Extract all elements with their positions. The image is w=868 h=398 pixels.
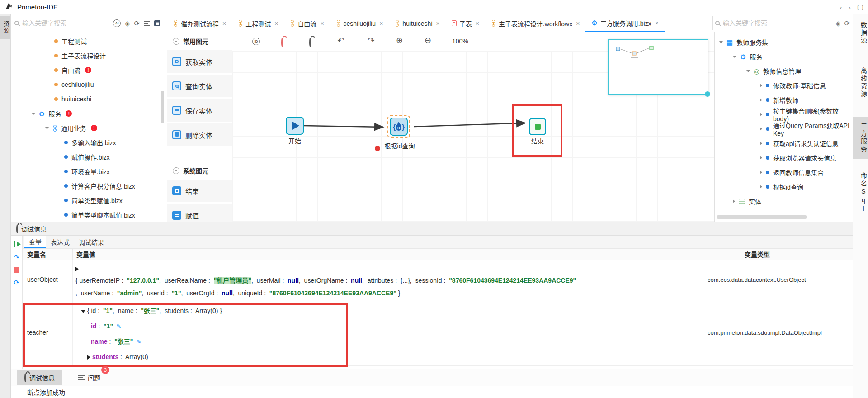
zoom-out-icon[interactable]: ⊖ [425, 36, 431, 44]
nav-forward-icon[interactable]: › [849, 4, 851, 11]
caret-down-icon[interactable] [45, 127, 49, 129]
tree-item[interactable]: 自由流 ! [11, 63, 166, 77]
tree-item-common-business[interactable]: 通用业务 ! [11, 121, 166, 135]
bottom-tab-debug[interactable]: 调试信息 [17, 370, 62, 385]
tab-gongchengceshi[interactable]: 工程测试 × [232, 14, 284, 32]
caret-down-icon[interactable] [746, 70, 750, 72]
palette-item-save-entity[interactable]: 保存实体 [167, 99, 232, 122]
caret-right-icon[interactable] [733, 199, 735, 203]
tree-item-service-op[interactable]: 按主键集合删除(参数放body) [715, 107, 853, 122]
caret-right-icon[interactable] [760, 98, 762, 102]
tree-item-service-op[interactable]: 获取api请求头认证信息 [715, 136, 853, 151]
debug-tab-variables[interactable]: 变量 [24, 236, 46, 248]
tree-item[interactable]: 计算客户积分信息.bizx [11, 179, 166, 193]
palette-item-assign[interactable]: 赋值 [167, 204, 232, 222]
close-icon[interactable]: × [655, 19, 659, 27]
tab-ceshiluojiliu[interactable]: ceshiluojiliu × [330, 14, 389, 32]
zoom-level[interactable]: 100% [452, 38, 468, 45]
palette-item-get-entity[interactable]: 获取实体 [167, 50, 232, 73]
tree-item-service-op[interactable]: 通过Query Params获取API Key [715, 122, 853, 136]
tree-item-service-op[interactable]: 获取浏览器请求头信息 [715, 151, 853, 165]
tree-item[interactable]: 主子表流程设计 [11, 48, 166, 63]
palette-item-end[interactable]: 结束 [167, 180, 232, 202]
caret-right-icon[interactable] [760, 84, 762, 87]
minimap-resize-handle[interactable] [705, 91, 710, 97]
tree-item-services[interactable]: ⚙ 服务 ! [11, 106, 166, 121]
collapse-icon[interactable] [173, 167, 179, 174]
minimize-icon[interactable]: — [837, 222, 844, 236]
collapse-icon[interactable] [173, 38, 179, 45]
expander-icon[interactable] [75, 267, 79, 271]
card-view-icon[interactable] [154, 20, 160, 26]
caret-right-icon[interactable] [760, 113, 762, 116]
tree-item-service-op[interactable]: 新增教师 [715, 93, 853, 107]
zoom-in-icon[interactable]: ⊕ [396, 36, 403, 44]
tree-item-entity[interactable]: 实体 [715, 194, 853, 208]
palette-section-system[interactable]: 系统图元 [167, 161, 232, 180]
caret-right-icon[interactable] [760, 171, 762, 174]
close-icon[interactable]: × [222, 20, 226, 27]
tree-item[interactable]: 环境变量.bizx [11, 164, 166, 179]
tab-zibiao[interactable]: 子表 × [446, 14, 485, 32]
bottom-tab-problems[interactable]: 问题 3 [71, 370, 108, 385]
tree-item-service-op[interactable]: 根据id查询 [715, 180, 853, 194]
caret-down-icon[interactable] [32, 113, 35, 115]
tree-item[interactable]: 工程测试 [11, 34, 166, 48]
undo-icon[interactable]: ↶ [337, 36, 344, 45]
tab-ziyouliu[interactable]: 自由流 × [284, 14, 330, 32]
variable-row-userobject[interactable]: userObject { userRemoteIP : "127.0.0.1",… [23, 260, 853, 299]
refresh-icon[interactable]: ⟳ [134, 20, 140, 27]
window-restore-icon[interactable]: ▢ [857, 3, 863, 11]
vertical-scrollbar[interactable] [161, 91, 164, 123]
tab-huituiceshi[interactable]: huituiceshi × [389, 14, 445, 32]
tree-item[interactable]: 赋值操作.bizx [11, 150, 166, 164]
horizontal-scrollbar[interactable] [717, 215, 807, 219]
debug-run-icon[interactable] [281, 38, 283, 47]
tree-item-service[interactable]: ⚙ 服务 [715, 49, 853, 64]
palette-item-query-entity[interactable]: 查询实体 [167, 75, 232, 97]
ai-icon[interactable]: AI [113, 19, 121, 27]
caret-down-icon[interactable] [719, 41, 723, 43]
tree-item[interactable]: 简单类型赋值.bizx [11, 193, 166, 208]
id-badge-icon[interactable]: ID [252, 38, 260, 45]
stop-icon[interactable] [14, 267, 19, 273]
right-search-input[interactable] [723, 19, 809, 27]
strip-tab-offline[interactable]: 离线资源 [853, 62, 868, 104]
tree-item-teacher-mgmt[interactable]: ◎ 教师信息管理 [715, 64, 853, 78]
tree-item-service-op[interactable]: 返回教师信息集合 [715, 165, 853, 180]
redo-icon[interactable]: ↷ [368, 36, 375, 45]
strip-tab-datasource[interactable]: 数据源 [853, 16, 868, 50]
close-icon[interactable]: × [274, 20, 278, 27]
nav-back-icon[interactable]: ‹ [840, 4, 842, 11]
debug-tab-results[interactable]: 调试结果 [74, 236, 108, 248]
tab-cuibanceshiliucheng[interactable]: 催办测试流程 × [167, 14, 232, 32]
caret-right-icon[interactable] [760, 156, 762, 160]
strip-tab-resources[interactable]: 资源 [0, 16, 10, 39]
debug-tab-expressions[interactable]: 表达式 [46, 236, 74, 248]
close-icon[interactable]: × [320, 20, 324, 27]
step-over-icon[interactable]: ↷ [14, 254, 19, 261]
close-icon[interactable]: × [576, 20, 580, 27]
strip-tab-thirdparty-active[interactable]: 三方服务 [853, 117, 868, 159]
palette-section-common[interactable]: 常用图元 [167, 32, 232, 50]
tree-item-service-set[interactable]: ▦ 教师服务集 [715, 35, 853, 49]
tree-item[interactable]: 简单类型脚本赋值.bizx [11, 208, 166, 222]
tree-item-service-op[interactable]: 修改教师-基础信息 [715, 78, 853, 93]
caret-down-icon[interactable] [733, 56, 736, 58]
node-task-selected[interactable]: {R} [387, 115, 410, 138]
left-search-input[interactable] [22, 19, 90, 27]
palette-item-delete-entity[interactable]: 删除实体 [167, 123, 232, 146]
tab-workflowx[interactable]: 主子表流程设计.workflowx × [485, 14, 586, 32]
guard-icon[interactable]: ◈ [835, 20, 841, 27]
resume-icon[interactable] [14, 241, 19, 247]
caret-right-icon[interactable] [760, 185, 762, 189]
strip-tab-namedsql[interactable]: 命名Sql [853, 167, 868, 219]
node-start[interactable] [286, 117, 304, 135]
sort-list-icon[interactable] [144, 21, 150, 26]
tree-item[interactable]: ceshiluojiliu [11, 77, 166, 92]
caret-right-icon[interactable] [760, 127, 762, 131]
guard-icon[interactable]: ◈ [125, 20, 130, 27]
refresh-icon[interactable]: ⟳ [844, 20, 850, 27]
tab-sanfangfuwudiaoyong-active[interactable]: ⚙ 三方服务调用.bizx × [585, 14, 664, 32]
breakpoint-marker[interactable] [375, 146, 380, 151]
